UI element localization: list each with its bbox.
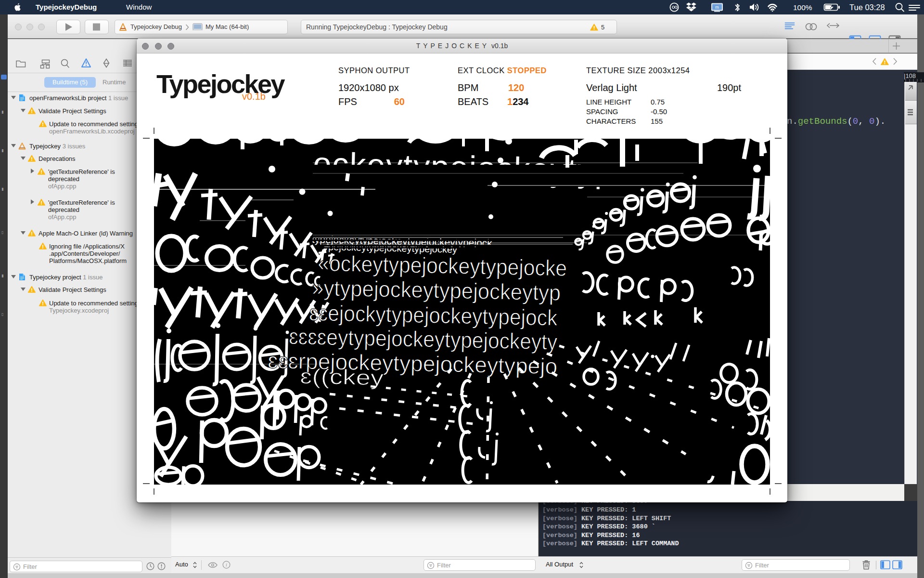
svg-text:▮: ▮ — [1, 274, 3, 278]
svg-text:i: i — [226, 562, 227, 567]
svg-text:▮: ▮ — [1, 187, 3, 191]
svg-text:▮: ▮ — [1, 110, 3, 114]
svg-text:▯: ▯ — [1, 312, 3, 316]
svg-text:▮: ▮ — [1, 148, 3, 153]
svg-text:100%: 100% — [793, 3, 812, 12]
svg-text:▯: ▯ — [1, 230, 3, 235]
svg-text:m: m — [715, 5, 719, 10]
svg-text:Tue 03:28: Tue 03:28 — [849, 3, 885, 12]
